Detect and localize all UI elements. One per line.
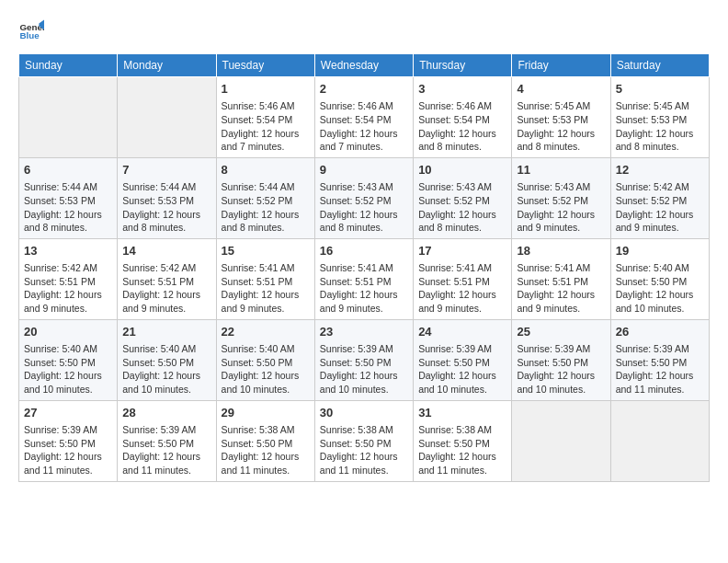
daylight-text: Daylight: 12 hours and 8 minutes. (24, 208, 112, 235)
column-header-tuesday: Tuesday (216, 54, 314, 77)
calendar-table: SundayMondayTuesdayWednesdayThursdayFrid… (18, 53, 710, 482)
daylight-text: Daylight: 12 hours and 8 minutes. (222, 208, 310, 235)
day-number: 1 (222, 81, 310, 98)
calendar-cell: 31Sunrise: 5:38 AMSunset: 5:50 PMDayligh… (414, 400, 512, 481)
sunset-text: Sunset: 5:51 PM (24, 275, 112, 289)
calendar-cell: 26Sunrise: 5:39 AMSunset: 5:50 PMDayligh… (610, 319, 709, 400)
daylight-text: Daylight: 12 hours and 10 minutes. (122, 369, 210, 396)
sunrise-text: Sunrise: 5:42 AM (122, 261, 210, 275)
sunset-text: Sunset: 5:53 PM (24, 194, 112, 208)
day-number: 10 (418, 162, 506, 178)
calendar-cell: 25Sunrise: 5:39 AMSunset: 5:50 PMDayligh… (512, 319, 610, 400)
sunset-text: Sunset: 5:52 PM (616, 194, 704, 208)
daylight-text: Daylight: 12 hours and 7 minutes. (320, 127, 408, 154)
calendar-cell: 12Sunrise: 5:42 AMSunset: 5:52 PMDayligh… (610, 157, 709, 238)
sunset-text: Sunset: 5:52 PM (517, 194, 605, 208)
sunrise-text: Sunrise: 5:44 AM (122, 180, 210, 194)
sunset-text: Sunset: 5:50 PM (616, 275, 704, 289)
day-number: 25 (517, 324, 605, 340)
day-number: 16 (320, 243, 408, 259)
sunrise-text: Sunrise: 5:41 AM (320, 261, 408, 275)
daylight-text: Daylight: 12 hours and 11 minutes. (418, 450, 506, 477)
daylight-text: Daylight: 12 hours and 9 minutes. (517, 208, 605, 235)
calendar-cell: 10Sunrise: 5:43 AMSunset: 5:52 PMDayligh… (414, 157, 512, 238)
sunset-text: Sunset: 5:51 PM (122, 275, 210, 289)
sunrise-text: Sunrise: 5:38 AM (418, 423, 506, 437)
calendar-cell: 23Sunrise: 5:39 AMSunset: 5:50 PMDayligh… (314, 319, 413, 400)
logo: General Blue (18, 18, 44, 44)
daylight-text: Daylight: 12 hours and 9 minutes. (517, 288, 605, 315)
sunset-text: Sunset: 5:50 PM (517, 356, 605, 370)
calendar-cell: 14Sunrise: 5:42 AMSunset: 5:51 PMDayligh… (118, 238, 216, 319)
sunset-text: Sunset: 5:52 PM (222, 194, 310, 208)
daylight-text: Daylight: 12 hours and 8 minutes. (616, 127, 704, 154)
sunrise-text: Sunrise: 5:39 AM (320, 342, 408, 356)
calendar-cell: 6Sunrise: 5:44 AMSunset: 5:53 PMDaylight… (19, 157, 118, 238)
calendar-cell: 28Sunrise: 5:39 AMSunset: 5:50 PMDayligh… (118, 400, 216, 481)
sunrise-text: Sunrise: 5:43 AM (320, 180, 408, 194)
calendar-cell: 4Sunrise: 5:45 AMSunset: 5:53 PMDaylight… (512, 77, 610, 158)
sunrise-text: Sunrise: 5:39 AM (418, 342, 506, 356)
day-number: 24 (418, 324, 506, 340)
day-number: 27 (24, 405, 112, 421)
day-number: 9 (320, 162, 408, 178)
calendar-cell: 9Sunrise: 5:43 AMSunset: 5:52 PMDaylight… (314, 157, 413, 238)
sunset-text: Sunset: 5:50 PM (616, 356, 704, 370)
sunrise-text: Sunrise: 5:44 AM (222, 180, 310, 194)
day-number: 3 (418, 81, 506, 98)
column-header-sunday: Sunday (19, 54, 118, 77)
day-number: 18 (517, 243, 605, 259)
calendar-cell: 27Sunrise: 5:39 AMSunset: 5:50 PMDayligh… (19, 400, 118, 481)
calendar-cell: 11Sunrise: 5:43 AMSunset: 5:52 PMDayligh… (512, 157, 610, 238)
sunset-text: Sunset: 5:50 PM (418, 437, 506, 451)
calendar-week-row: 13Sunrise: 5:42 AMSunset: 5:51 PMDayligh… (19, 238, 710, 319)
calendar-week-row: 27Sunrise: 5:39 AMSunset: 5:50 PMDayligh… (19, 400, 710, 481)
calendar-cell (19, 77, 118, 158)
sunrise-text: Sunrise: 5:39 AM (517, 342, 605, 356)
daylight-text: Daylight: 12 hours and 9 minutes. (616, 208, 704, 235)
day-number: 20 (24, 324, 112, 340)
day-number: 17 (418, 243, 506, 259)
sunset-text: Sunset: 5:50 PM (222, 356, 310, 370)
calendar-body: 1Sunrise: 5:46 AMSunset: 5:54 PMDaylight… (19, 77, 710, 482)
calendar-cell: 22Sunrise: 5:40 AMSunset: 5:50 PMDayligh… (216, 319, 314, 400)
sunrise-text: Sunrise: 5:39 AM (24, 423, 112, 437)
daylight-text: Daylight: 12 hours and 11 minutes. (222, 450, 310, 477)
day-number: 22 (222, 324, 310, 340)
daylight-text: Daylight: 12 hours and 11 minutes. (616, 369, 704, 396)
sunrise-text: Sunrise: 5:44 AM (24, 180, 112, 194)
sunset-text: Sunset: 5:50 PM (24, 356, 112, 370)
daylight-text: Daylight: 12 hours and 7 minutes. (222, 127, 310, 154)
calendar-cell: 8Sunrise: 5:44 AMSunset: 5:52 PMDaylight… (216, 157, 314, 238)
daylight-text: Daylight: 12 hours and 11 minutes. (122, 450, 210, 477)
sunrise-text: Sunrise: 5:38 AM (320, 423, 408, 437)
sunrise-text: Sunrise: 5:39 AM (616, 342, 704, 356)
sunrise-text: Sunrise: 5:39 AM (122, 423, 210, 437)
day-number: 6 (24, 162, 112, 178)
day-number: 14 (122, 243, 210, 259)
sunset-text: Sunset: 5:52 PM (320, 194, 408, 208)
daylight-text: Daylight: 12 hours and 8 minutes. (418, 127, 506, 154)
sunrise-text: Sunrise: 5:40 AM (616, 261, 704, 275)
calendar-week-row: 20Sunrise: 5:40 AMSunset: 5:50 PMDayligh… (19, 319, 710, 400)
day-number: 15 (222, 243, 310, 259)
sunrise-text: Sunrise: 5:41 AM (222, 261, 310, 275)
sunset-text: Sunset: 5:50 PM (122, 356, 210, 370)
daylight-text: Daylight: 12 hours and 8 minutes. (122, 208, 210, 235)
sunset-text: Sunset: 5:54 PM (418, 113, 506, 127)
daylight-text: Daylight: 12 hours and 8 minutes. (517, 127, 605, 154)
day-number: 29 (222, 405, 310, 421)
column-header-monday: Monday (118, 54, 216, 77)
sunrise-text: Sunrise: 5:41 AM (418, 261, 506, 275)
calendar-cell: 29Sunrise: 5:38 AMSunset: 5:50 PMDayligh… (216, 400, 314, 481)
column-header-wednesday: Wednesday (314, 54, 413, 77)
daylight-text: Daylight: 12 hours and 9 minutes. (122, 288, 210, 315)
calendar-cell: 15Sunrise: 5:41 AMSunset: 5:51 PMDayligh… (216, 238, 314, 319)
day-number: 31 (418, 405, 506, 421)
calendar-cell: 3Sunrise: 5:46 AMSunset: 5:54 PMDaylight… (414, 77, 512, 158)
calendar-cell: 1Sunrise: 5:46 AMSunset: 5:54 PMDaylight… (216, 77, 314, 158)
day-number: 2 (320, 81, 408, 98)
sunset-text: Sunset: 5:51 PM (320, 275, 408, 289)
sunset-text: Sunset: 5:50 PM (24, 437, 112, 451)
calendar-cell: 20Sunrise: 5:40 AMSunset: 5:50 PMDayligh… (19, 319, 118, 400)
